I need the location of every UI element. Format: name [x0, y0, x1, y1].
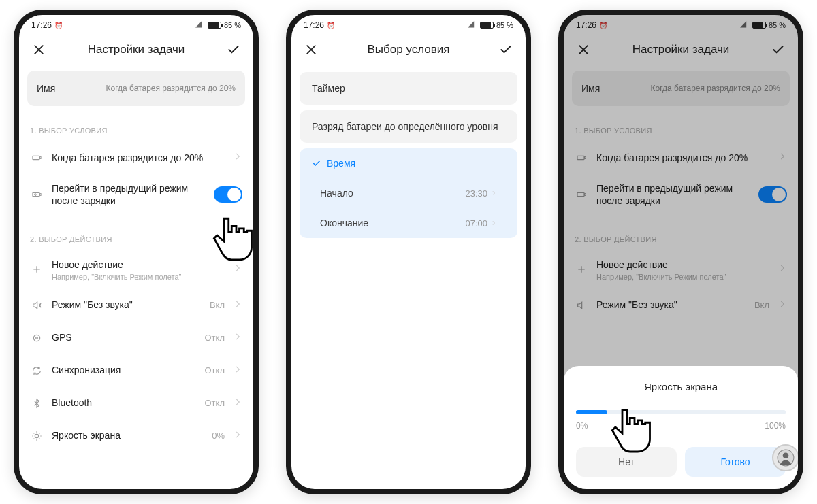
signal-icon [197, 22, 205, 29]
svg-rect-9 [577, 193, 584, 197]
row-bluetooth[interactable]: Bluetooth Откл [27, 387, 245, 420]
svg-rect-7 [577, 156, 584, 159]
row-silent-mode[interactable]: Режим "Без звука" Вкл [572, 289, 790, 322]
battery-low-icon [30, 152, 44, 163]
status-time: 17:26 [576, 20, 596, 30]
cancel-button[interactable]: Нет [576, 447, 677, 477]
brightness-sheet: Яркость экрана 0% 100% Нет Готово [564, 366, 798, 489]
page-title: Настройки задачи [632, 43, 730, 56]
svg-point-5 [36, 337, 38, 339]
revert-toggle[interactable] [758, 186, 787, 203]
name-value: Когда батарея разрядится до 20% [62, 84, 236, 93]
signal-icon [741, 22, 750, 29]
section-action: 2. ВЫБОР ДЕЙСТВИЯ [30, 235, 242, 243]
task-name-field[interactable]: Имя Когда батарея разрядится до 20% [572, 71, 790, 106]
bluetooth-icon [30, 398, 44, 409]
page-title: Выбор условия [367, 43, 449, 56]
svg-point-12 [783, 452, 789, 458]
page-title: Настройки задачи [88, 43, 185, 56]
battery-icon [480, 22, 494, 29]
svg-rect-0 [33, 156, 39, 159]
mute-icon [575, 300, 588, 311]
svg-point-6 [35, 434, 38, 437]
row-new-action[interactable]: Новое действие Например, "Включить Режим… [27, 250, 245, 288]
close-icon[interactable] [575, 41, 592, 58]
battery-charge-icon [575, 189, 588, 200]
option-time[interactable]: Время [300, 148, 517, 178]
row-battery-condition[interactable]: Когда батарея разрядится до 20% [27, 141, 245, 174]
row-silent-mode[interactable]: Режим "Без звука" Вкл [27, 289, 245, 322]
plus-icon [30, 264, 44, 275]
name-label: Имя [37, 83, 55, 94]
row-revert-mode[interactable]: Перейти в предыдущий режим после зарядки [572, 174, 790, 215]
statusbar: 17:26 85 % [564, 15, 798, 33]
row-new-action[interactable]: Новое действие Например, "Включить Режим… [572, 250, 790, 288]
option-time-block: Время Начало 23:30 Окончание 07:00 [300, 148, 517, 238]
name-label: Имя [581, 83, 600, 94]
row-sync[interactable]: Синхронизация Откл [27, 354, 245, 387]
chevron-right-icon [778, 263, 787, 275]
check-icon [312, 158, 321, 168]
status-battery: 85 % [224, 21, 241, 29]
confirm-icon[interactable] [769, 41, 787, 58]
battery-icon [752, 22, 766, 29]
alarm-icon [599, 20, 607, 30]
revert-toggle[interactable] [214, 186, 242, 203]
close-icon[interactable] [302, 41, 320, 58]
plus-icon [575, 264, 588, 275]
section-condition: 1. ВЫБОР УСЛОВИЯ [575, 127, 787, 135]
row-gps[interactable]: GPS Откл [27, 322, 245, 354]
slider-min: 0% [576, 421, 588, 431]
done-button[interactable]: Готово [685, 447, 786, 477]
task-name-field[interactable]: Имя Когда батарея разрядится до 20% [27, 71, 245, 106]
chevron-right-icon [233, 397, 242, 409]
section-action: 2. ВЫБОР ДЕЙСТВИЯ [575, 235, 787, 243]
option-battery-level[interactable]: Разряд батареи до определённого уровня [300, 110, 517, 143]
chevron-right-icon [233, 152, 242, 164]
phone-2: 17:26 85 % Выбор условия Таймер Разряд б… [286, 10, 531, 494]
battery-charge-icon [30, 189, 44, 200]
slider-max: 100% [765, 421, 786, 431]
time-end[interactable]: Окончание 07:00 [300, 208, 517, 238]
alarm-icon [327, 20, 335, 30]
chevron-right-icon [778, 152, 787, 164]
brightness-slider[interactable] [576, 410, 786, 414]
close-icon[interactable] [30, 41, 48, 58]
battery-low-icon [575, 152, 588, 163]
chevron-right-icon [490, 220, 497, 226]
signal-icon [469, 22, 477, 29]
statusbar: 17:26 85 % [19, 15, 253, 33]
chevron-right-icon [233, 263, 242, 275]
battery-icon [208, 22, 221, 29]
alarm-icon [54, 20, 63, 30]
chevron-right-icon [233, 365, 242, 377]
brightness-icon [30, 431, 44, 441]
chevron-right-icon [490, 190, 497, 197]
svg-rect-10 [585, 194, 586, 196]
sheet-title: Яркость экрана [576, 381, 786, 392]
gps-icon [30, 333, 44, 343]
chevron-right-icon [233, 430, 242, 442]
status-battery: 85 % [769, 21, 786, 29]
time-start[interactable]: Начало 23:30 [300, 178, 517, 208]
row-revert-mode[interactable]: Перейти в предыдущий режим после зарядки [27, 174, 245, 215]
chevron-right-icon [233, 332, 242, 344]
phone-1: 17:26 85 % Настройки задачи Имя Когда ба… [14, 10, 259, 494]
svg-rect-3 [40, 194, 41, 196]
status-time: 17:26 [304, 20, 324, 30]
statusbar: 17:26 85 % [291, 15, 526, 33]
chevron-right-icon [778, 299, 787, 312]
row-brightness[interactable]: Яркость экрана 0% [27, 420, 245, 452]
row-battery-condition[interactable]: Когда батарея разрядится до 20% [572, 141, 790, 174]
header: Выбор условия [291, 33, 526, 67]
confirm-icon[interactable] [225, 41, 242, 58]
option-timer[interactable]: Таймер [300, 72, 517, 105]
section-condition: 1. ВЫБОР УСЛОВИЯ [30, 127, 242, 135]
chevron-right-icon [233, 299, 242, 312]
header: Настройки задачи [19, 33, 253, 67]
svg-point-4 [33, 335, 39, 341]
status-battery: 85 % [496, 21, 513, 29]
name-value: Когда батарея разрядится до 20% [607, 84, 780, 93]
confirm-icon[interactable] [497, 41, 515, 58]
header: Настройки задачи [564, 33, 798, 67]
